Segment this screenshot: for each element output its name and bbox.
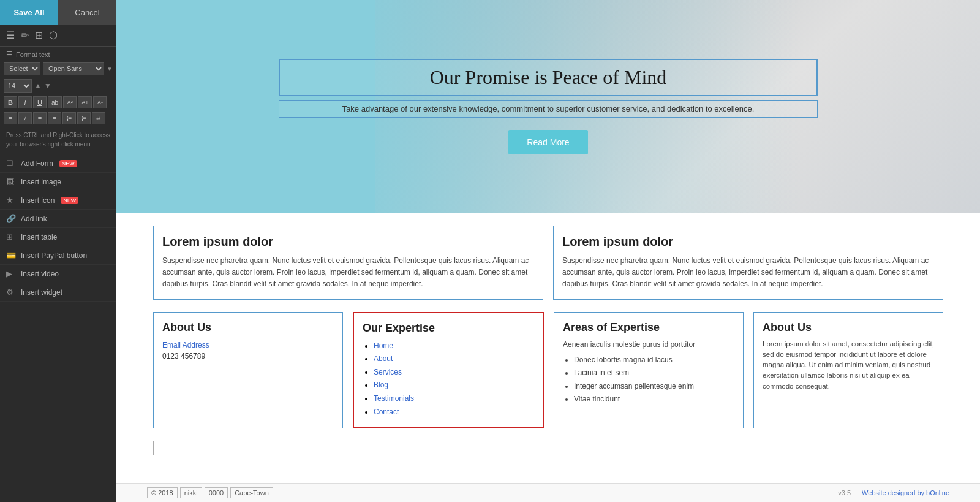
expertise-item-contact[interactable]: Contact: [374, 406, 534, 419]
footer-area: © 2018 nikki 0000 Cape-Town v3.5 Website…: [116, 483, 980, 502]
read-more-button[interactable]: Read More: [508, 130, 587, 154]
font-size-down-icon[interactable]: ▼: [44, 82, 51, 90]
col1-body: Suspendisse nec pharetra quam. Nunc luct…: [162, 255, 534, 291]
empty-row[interactable]: [153, 441, 943, 455]
footer-left: © 2018 nikki 0000 Cape-Town: [147, 487, 273, 498]
sidebar-item-insert-image[interactable]: 🖼 Insert image: [0, 173, 116, 191]
hero-title-box[interactable]: Our Promise is Peace of Mind: [279, 59, 818, 96]
col2-body: Suspendisse nec pharetra quam. Nunc luct…: [562, 255, 934, 291]
underline-button[interactable]: U: [33, 96, 47, 108]
expertise-list: Home About Services Blog Testimonials Co…: [363, 340, 534, 419]
italic-button[interactable]: I: [18, 96, 32, 108]
col-box-1[interactable]: Lorem ipsum dolor Suspendisse nec pharet…: [153, 226, 543, 300]
line-break-button[interactable]: ↵: [92, 112, 105, 124]
col-box-2[interactable]: Lorem ipsum dolor Suspendisse nec pharet…: [553, 226, 943, 300]
our-expertise-col[interactable]: Our Expertise Home About Services Blog T…: [353, 312, 544, 429]
align-center-button[interactable]: /: [18, 112, 32, 124]
sidebar-item-insert-icon[interactable]: ★ Insert icon NEW: [0, 191, 116, 210]
expertise-item-services[interactable]: Services: [374, 366, 534, 379]
insert-icon-badge: NEW: [61, 197, 78, 204]
font-increase-button[interactable]: A+: [78, 96, 92, 108]
insert-image-label: Insert image: [21, 178, 61, 186]
expertise-item-blog[interactable]: Blog: [374, 379, 534, 392]
sidebar-item-insert-paypal[interactable]: 💳 Insert PayPal button: [0, 246, 116, 265]
about-us-2-heading: About Us: [763, 321, 934, 334]
format-text-section: ☰ Format text: [0, 47, 116, 59]
about-us-2-body: Lorem ipsum dolor sit amet, consectetur …: [763, 339, 934, 392]
add-link-label: Add link: [21, 215, 47, 223]
about-us-email[interactable]: Email Address: [162, 341, 209, 349]
paypal-icon: 💳: [6, 251, 16, 260]
expertise-link-testimonials[interactable]: Testimonials: [374, 394, 414, 403]
expertise-item-home[interactable]: Home: [374, 340, 534, 353]
about-us-2-col[interactable]: About Us Lorem ipsum dolor sit amet, con…: [753, 312, 943, 429]
insert-video-label: Insert video: [21, 270, 59, 278]
star-icon: ★: [6, 196, 16, 205]
table-icon[interactable]: ⊞: [35, 29, 43, 41]
dropdown-arrow-icon: ▼: [107, 66, 113, 72]
table-menu-icon: ⊞: [6, 232, 16, 241]
expertise-link-services[interactable]: Services: [374, 368, 402, 376]
cube-icon[interactable]: ⬡: [49, 29, 58, 41]
sidebar-item-insert-table[interactable]: ⊞ Insert table: [0, 228, 116, 246]
hero-section: Our Promise is Peace of Mind Take advant…: [116, 0, 980, 213]
bold-button[interactable]: B: [4, 96, 17, 108]
areas-list: Donec lobortis magna id lacus Lacinia in…: [563, 354, 734, 406]
sidebar-item-insert-video[interactable]: ▶ Insert video: [0, 265, 116, 283]
font-decrease-button[interactable]: A-: [93, 96, 107, 108]
areas-item-1: Donec lobortis magna id lacus: [574, 354, 734, 367]
about-us-heading: About Us: [162, 321, 334, 334]
hamburger-icon[interactable]: ☰: [6, 29, 15, 41]
hero-subtitle: Take advantage of our extensive knowledg…: [292, 104, 805, 113]
areas-expertise-col[interactable]: Areas of Expertise Aenean iaculis molest…: [554, 312, 744, 429]
align-justify-button[interactable]: ≡: [48, 112, 61, 124]
expertise-link-home[interactable]: Home: [374, 341, 393, 350]
col2-heading: Lorem ipsum dolor: [562, 235, 934, 249]
image-icon: 🖼: [6, 177, 16, 186]
sidebar-item-insert-widget[interactable]: ⚙ Insert widget: [0, 283, 116, 302]
outdent-button[interactable]: ⁞≡: [77, 112, 91, 124]
expertise-item-testimonials[interactable]: Testimonials: [374, 392, 534, 406]
footer-location: Cape-Town: [230, 487, 273, 498]
indent-button[interactable]: ⁞≡: [62, 112, 76, 124]
edit-icon[interactable]: ✏: [21, 29, 29, 41]
main-content: Our Promise is Peace of Mind Take advant…: [116, 0, 980, 502]
hero-subtitle-box[interactable]: Take advantage of our extensive knowledg…: [279, 100, 818, 118]
format-text-icon: ☰: [6, 50, 12, 58]
superscript-button[interactable]: A²: [63, 96, 77, 108]
sidebar-item-add-link[interactable]: 🔗 Add link: [0, 210, 116, 228]
expertise-link-contact[interactable]: Contact: [374, 408, 399, 416]
form-icon: ☐: [6, 159, 16, 168]
add-form-label: Add Form: [21, 159, 53, 168]
our-expertise-heading: Our Expertise: [363, 322, 534, 335]
align-buttons-row: ≡ / ≡ ≡ ⁞≡ ⁞≡ ↵: [0, 111, 116, 126]
video-icon: ▶: [6, 269, 16, 278]
add-form-badge: NEW: [59, 160, 77, 167]
sidebar-item-add-form[interactable]: ☐ Add Form NEW: [0, 154, 116, 173]
font-family-select[interactable]: Open Sans: [43, 62, 104, 75]
about-us-phone: 0123 456789: [162, 352, 205, 360]
font-size-select[interactable]: 14: [4, 79, 32, 93]
expertise-item-about[interactable]: About: [374, 352, 534, 366]
areas-expertise-heading: Areas of Expertise: [563, 321, 734, 334]
areas-expertise-intro: Aenean iaculis molestie purus id porttit…: [563, 339, 734, 350]
save-all-button[interactable]: Save All: [0, 0, 58, 25]
link-icon: 🔗: [6, 214, 16, 223]
about-us-col[interactable]: About Us Email Address 0123 456789: [153, 312, 343, 429]
content-area: Lorem ipsum dolor Suspendisse nec pharet…: [116, 213, 980, 483]
cancel-button[interactable]: Cancel: [58, 0, 116, 25]
two-col-row: Lorem ipsum dolor Suspendisse nec pharet…: [153, 226, 943, 300]
expertise-link-blog[interactable]: Blog: [374, 381, 388, 389]
font-style-select[interactable]: Select: [4, 62, 40, 75]
font-size-up-icon[interactable]: ▲: [34, 82, 42, 90]
align-right-button[interactable]: ≡: [33, 112, 47, 124]
footer-designed-by: Website designed by bOnline: [862, 489, 949, 496]
align-left-button[interactable]: ≡: [4, 112, 17, 124]
widget-icon: ⚙: [6, 287, 16, 297]
sidebar-top-buttons: Save All Cancel: [0, 0, 116, 25]
expertise-link-about[interactable]: About: [374, 354, 393, 363]
footer-right-area: v3.5 Website designed by bOnline: [838, 489, 949, 496]
col1-heading: Lorem ipsum dolor: [162, 235, 534, 249]
strikethrough-button[interactable]: ab: [48, 96, 62, 108]
hero-title: Our Promise is Peace of Mind: [292, 66, 804, 89]
